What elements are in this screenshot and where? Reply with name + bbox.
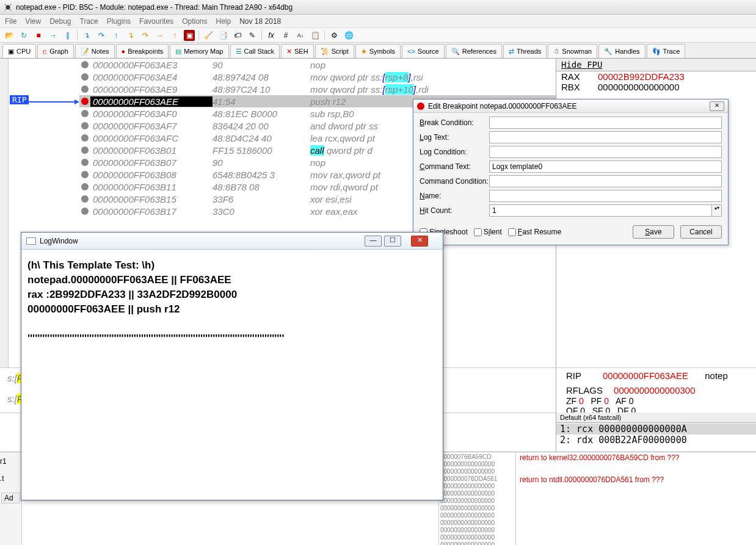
step-into-icon[interactable]: ↴ bbox=[81, 30, 92, 41]
tab-breakpoints[interactable]: ●Breakpoints bbox=[116, 44, 169, 58]
hide-fpu-button[interactable]: Hide FPU bbox=[556, 59, 756, 71]
maximize-button[interactable]: ☐ bbox=[384, 236, 401, 247]
graph-icon: ⎌ bbox=[43, 48, 47, 55]
tab-source[interactable]: <>Source bbox=[402, 44, 445, 58]
stack-panel[interactable]: return to kernel32.0000000076BA59CD from… bbox=[515, 452, 756, 545]
stack-icon: ☰ bbox=[236, 48, 242, 56]
spinner-icon[interactable]: ▴▾ bbox=[712, 204, 722, 217]
menu-debug[interactable]: Debug bbox=[49, 17, 71, 26]
callconv-header[interactable]: Default (x64 fastcall) bbox=[556, 413, 756, 423]
step-over-icon[interactable]: ↷ bbox=[96, 30, 107, 41]
fx-icon[interactable]: fx bbox=[266, 30, 277, 41]
tab-snowman[interactable]: ☃Snowman bbox=[548, 44, 597, 58]
tab-symbols[interactable]: ★Symbols bbox=[355, 44, 401, 58]
breakpoint-icon bbox=[417, 103, 424, 110]
hash-icon[interactable]: # bbox=[280, 30, 291, 41]
comments-icon[interactable]: 📑 bbox=[217, 30, 228, 41]
toolbar: 📂 ↻ ■ → ∥ ↴ ↷ ↑ ↴ ↷ → ↑ ▣ 🧹 📑 🏷 ✎ fx # A… bbox=[0, 28, 756, 43]
command-condition-input[interactable] bbox=[489, 175, 722, 187]
trace-icon: 👣 bbox=[652, 48, 661, 56]
scylla-icon[interactable]: 🧹 bbox=[203, 30, 214, 41]
snowman-icon: ☃ bbox=[553, 48, 559, 56]
svg-line-2 bbox=[9, 4, 12, 6]
log-condition-input[interactable] bbox=[489, 146, 722, 158]
trace-over-icon[interactable]: ↷ bbox=[140, 30, 151, 41]
settings-icon[interactable]: ⚙ bbox=[329, 30, 340, 41]
menu-favourites[interactable]: Favourites bbox=[139, 17, 173, 26]
dialog-title: Edit Breakpoint notepad.00000000FF063AEE bbox=[428, 102, 577, 110]
tab-script[interactable]: 📜Script bbox=[315, 44, 354, 58]
tab-memory-map[interactable]: ▤Memory Map bbox=[170, 44, 228, 58]
disasm-row[interactable]: 00000000FF063AE390nop bbox=[79, 59, 556, 71]
tab-graph[interactable]: ⎌Graph bbox=[37, 44, 74, 58]
command-condition-label: Command Condition: bbox=[420, 177, 489, 186]
log-content[interactable]: (h\ This Template Test: \h)notepad.00000… bbox=[21, 250, 443, 355]
patches-icon[interactable]: ▣ bbox=[184, 30, 195, 41]
restart-icon[interactable]: ↻ bbox=[18, 30, 29, 41]
about-icon[interactable]: 🌐 bbox=[343, 30, 354, 41]
tab-call-stack[interactable]: ☰Call Stack bbox=[230, 44, 280, 58]
step-out-icon[interactable]: ↑ bbox=[111, 30, 122, 41]
run-till-ret-icon[interactable]: ↑ bbox=[169, 30, 180, 41]
menu-view[interactable]: View bbox=[25, 17, 41, 26]
breakpoint-icon: ● bbox=[122, 48, 126, 55]
log-window-dialog: LogWindow — ☐ ✕ (h\ This Template Test: … bbox=[21, 232, 443, 500]
menu-file[interactable]: File bbox=[5, 17, 16, 26]
callconv-row[interactable]: 1: rcx 000000000000000A bbox=[556, 424, 756, 435]
register-row[interactable]: RAX00002B992DDFA233 bbox=[556, 71, 756, 82]
tab-trace[interactable]: 👣Trace bbox=[647, 44, 686, 58]
minimize-button[interactable]: — bbox=[365, 236, 382, 247]
close-button[interactable]: ✕ bbox=[411, 236, 428, 247]
notes-icon: 📝 bbox=[81, 48, 89, 56]
run-to-icon[interactable]: → bbox=[154, 30, 165, 41]
address-column[interactable]: Ad bbox=[1, 493, 20, 503]
close-button[interactable]: ✕ bbox=[710, 101, 724, 111]
hit-count-input[interactable] bbox=[489, 204, 712, 217]
disasm-row[interactable]: 00000000FF063AE448:897424 08mov qword pt… bbox=[79, 71, 556, 83]
disasm-row[interactable]: 00000000FF063AE948:897C24 10mov qword pt… bbox=[79, 83, 556, 95]
save-button[interactable]: Save bbox=[633, 225, 674, 239]
pause-icon[interactable]: ∥ bbox=[62, 30, 73, 41]
tab-notes[interactable]: 📝Notes bbox=[75, 44, 115, 58]
script-icon: 📜 bbox=[321, 48, 329, 56]
menu-options[interactable]: Options bbox=[182, 17, 207, 26]
tabbar: ▣CPU ⎌Graph 📝Notes ●Breakpoints ▤Memory … bbox=[0, 43, 756, 59]
log-window-title: LogWindow bbox=[40, 237, 78, 245]
silent-checkbox[interactable]: Silent bbox=[474, 228, 502, 236]
run-icon[interactable]: → bbox=[48, 30, 59, 41]
tab-threads[interactable]: ⇄Threads bbox=[503, 44, 547, 58]
tab-seh[interactable]: ✕SEH bbox=[281, 44, 314, 58]
log-text-input[interactable] bbox=[489, 131, 722, 143]
tab-references[interactable]: 🔍References bbox=[446, 44, 502, 58]
menu-help[interactable]: Help bbox=[216, 17, 231, 26]
edit-breakpoint-dialog: Edit Breakpoint notepad.00000000FF063AEE… bbox=[413, 99, 729, 245]
break-condition-input[interactable] bbox=[489, 117, 722, 129]
calc-icon[interactable]: 📋 bbox=[310, 30, 321, 41]
trace-into-icon[interactable]: ↴ bbox=[125, 30, 136, 41]
labels-icon[interactable]: 🏷 bbox=[232, 30, 243, 41]
register-row[interactable]: RBX0000000000000000 bbox=[556, 82, 756, 92]
stop-icon[interactable]: ■ bbox=[33, 30, 44, 41]
threads-icon: ⇄ bbox=[509, 48, 514, 56]
command-text-input[interactable] bbox=[489, 161, 722, 173]
memory-icon: ▤ bbox=[175, 48, 181, 56]
menu-trace[interactable]: Trace bbox=[80, 17, 98, 26]
svg-line-3 bbox=[5, 8, 7, 10]
tab-handles[interactable]: 🔧Handles bbox=[598, 44, 645, 58]
callconv-row[interactable]: 2: rdx 000B22AF00000000 bbox=[556, 435, 756, 446]
open-icon[interactable]: 📂 bbox=[4, 30, 15, 41]
tab-cpu[interactable]: ▣CPU bbox=[2, 44, 36, 58]
bookmarks-icon[interactable]: ✎ bbox=[247, 30, 258, 41]
cancel-button[interactable]: Cancel bbox=[680, 225, 722, 239]
name-input[interactable] bbox=[489, 190, 722, 202]
build-date: Nov 18 2018 bbox=[239, 17, 281, 26]
menubar: File View Debug Trace Plugins Favourites… bbox=[0, 15, 756, 28]
name-label: Name: bbox=[420, 192, 489, 200]
stack-addresses[interactable]: 00000076BA59CD00000000000000000000000000… bbox=[438, 452, 515, 545]
handles-icon: 🔧 bbox=[604, 48, 612, 56]
menu-plugins[interactable]: Plugins bbox=[107, 17, 131, 26]
az-icon[interactable]: A↓ bbox=[295, 30, 306, 41]
fast-resume-checkbox[interactable]: Fast Resume bbox=[508, 228, 561, 236]
log-condition-label: Log Condition: bbox=[420, 148, 489, 156]
svg-marker-6 bbox=[75, 99, 79, 104]
